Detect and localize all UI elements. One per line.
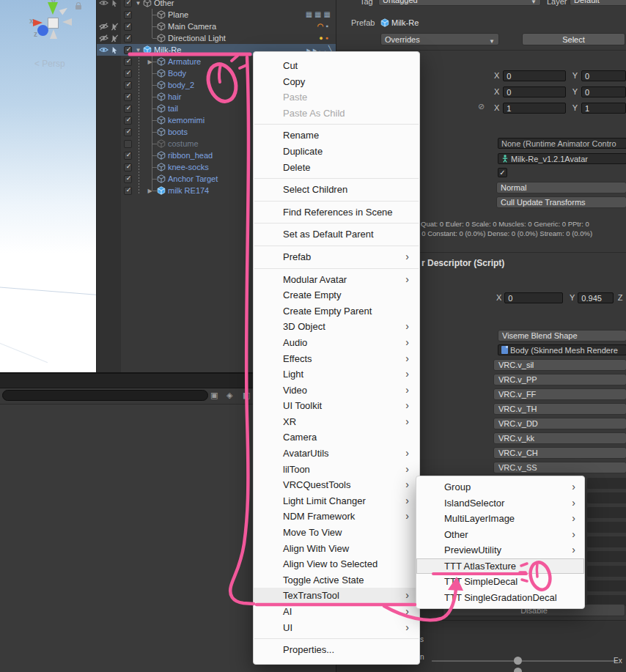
menu-item[interactable]: XR (254, 414, 419, 430)
active-checkbox[interactable] (124, 46, 132, 54)
submenu-item[interactable]: Group (416, 479, 584, 495)
menu-item[interactable]: Paste As Child (254, 106, 419, 122)
active-checkbox[interactable] (124, 140, 132, 148)
gizmo-lock-icon[interactable] (76, 5, 81, 10)
slider-handle[interactable] (514, 668, 522, 672)
menu-item[interactable] (254, 638, 419, 639)
hierarchy-row[interactable]: Directional Light ● ● (97, 32, 336, 44)
menu-item[interactable] (254, 245, 419, 246)
gizmo-y-axis-icon[interactable] (48, 2, 58, 15)
y-value-field[interactable]: 0 (581, 70, 626, 81)
active-checkbox[interactable] (124, 128, 132, 136)
expand-arrow[interactable] (134, 0, 142, 7)
visibility-eye-icon[interactable] (98, 45, 109, 54)
x-value-field[interactable]: 0 (503, 86, 566, 97)
menu-item[interactable]: Audio (254, 335, 419, 351)
gizmo-right-axis-icon[interactable] (62, 18, 72, 26)
culling-mode-dropdown[interactable]: Normal (496, 182, 626, 193)
menu-item[interactable]: Modular Avatar (254, 272, 419, 288)
menu-item[interactable]: Cut (254, 58, 419, 74)
viseme-dropdown[interactable]: VRC.v_TH (493, 403, 626, 415)
menu-item[interactable]: Light (254, 366, 419, 383)
viseme-dropdown[interactable]: VRC.v_sil (493, 359, 626, 371)
menu-item[interactable]: Camera (254, 429, 419, 446)
x-value-field[interactable]: 0 (503, 70, 566, 81)
picking-cursor-icon[interactable] (109, 45, 120, 54)
menu-item[interactable]: UI (254, 620, 419, 636)
menu-item[interactable]: Select Children (254, 182, 419, 198)
active-checkbox[interactable] (124, 187, 132, 195)
menu-item[interactable]: Properties... (254, 642, 419, 658)
gizmo-center-cube[interactable] (48, 18, 59, 29)
gizmo-down-axis-icon[interactable] (50, 29, 57, 39)
submenu-item[interactable]: PreviewUtility (416, 542, 584, 558)
menu-item[interactable]: Duplicate (254, 144, 419, 160)
visibility-eye-icon[interactable] (98, 0, 109, 7)
menu-item[interactable] (254, 178, 419, 179)
submenu-item[interactable]: TTT SimpleDecal (416, 574, 584, 590)
menu-item[interactable]: Move To View (254, 525, 419, 541)
menu-item[interactable]: Light Limit Changer (254, 493, 419, 509)
viseme-dropdown[interactable]: VRC.v_CH (493, 447, 626, 459)
active-checkbox[interactable] (124, 105, 132, 113)
apply-root-motion-checkbox[interactable]: ✓ (498, 168, 507, 177)
active-checkbox[interactable] (124, 117, 132, 125)
menu-item[interactable] (254, 124, 419, 125)
tag-filter-icon[interactable]: ◧ (243, 388, 250, 402)
link-broken-icon[interactable]: ⊘ (478, 102, 485, 111)
menu-item[interactable]: NDM Framework (254, 509, 419, 525)
gizmo-back-axis-icon[interactable] (59, 6, 70, 15)
menu-item[interactable]: AvatarUtils (254, 446, 419, 462)
active-checkbox[interactable] (124, 175, 132, 183)
gizmo-z-axis-icon[interactable] (37, 25, 48, 36)
active-checkbox[interactable] (124, 93, 132, 101)
submenu-item[interactable]: MultiLayerImage (416, 511, 584, 527)
active-checkbox[interactable] (124, 23, 132, 31)
update-mode-dropdown[interactable]: Cull Update Transforms (496, 196, 626, 208)
menu-item[interactable]: Paste (254, 89, 419, 106)
menu-item[interactable]: Copy (254, 74, 419, 90)
menu-item[interactable] (254, 223, 419, 224)
menu-item[interactable]: Effects (254, 351, 419, 367)
active-checkbox[interactable] (124, 11, 132, 19)
active-checkbox[interactable] (124, 163, 132, 171)
overrides-dropdown[interactable]: Overrides▼ (380, 33, 499, 45)
active-checkbox[interactable] (124, 70, 132, 78)
picking-cursor-icon[interactable] (109, 22, 120, 31)
perspective-label[interactable]: < Persp (34, 59, 65, 69)
menu-item[interactable]: TexTransTool (254, 588, 419, 604)
avatar-descriptor-header[interactable]: r Descriptor (Script) (421, 258, 504, 268)
picking-cursor-icon[interactable] (109, 0, 120, 7)
scene-filter-icon[interactable]: ▣ (210, 388, 218, 402)
active-checkbox[interactable] (124, 152, 132, 160)
menu-item[interactable]: Prefab (254, 249, 419, 265)
viseme-dropdown[interactable]: VRC.v_kk (493, 432, 626, 444)
menu-item[interactable] (254, 268, 419, 269)
menu-item[interactable]: Set as Default Parent (254, 226, 419, 243)
menu-item[interactable]: UI Toolkit (254, 398, 419, 414)
visibility-eye-icon[interactable] (98, 34, 109, 43)
viseme-dropdown[interactable]: VRC.v_SS (493, 462, 626, 473)
expand-arrow[interactable] (134, 47, 142, 53)
prefab-filter-icon[interactable]: ◈ (227, 388, 232, 402)
submenu-item[interactable]: Other (416, 527, 584, 543)
menu-item[interactable]: Find References in Scene (254, 204, 419, 221)
menu-item[interactable]: Video (254, 383, 419, 399)
slider-handle[interactable] (514, 657, 522, 665)
slider-track[interactable] (432, 660, 616, 662)
menu-item[interactable]: Align View to Selected (254, 556, 419, 572)
viseme-dropdown[interactable]: VRC.v_FF (493, 388, 626, 400)
hierarchy-row[interactable]: Other (97, 0, 336, 9)
x-value-field[interactable]: 1 (503, 103, 566, 114)
face-mesh-field[interactable]: Body (Skinned Mesh Rendere (498, 344, 626, 355)
scene-view[interactable]: y x z < Persp (0, 0, 96, 372)
view-y-field[interactable]: 0.945 (578, 292, 613, 303)
submenu-item[interactable]: TTT SingleGradationDecal (416, 590, 584, 606)
animator-avatar-field[interactable]: Milk-Re_v1.2.1Avatar (498, 153, 626, 164)
view-x-field[interactable]: 0 (504, 292, 563, 303)
y-value-field[interactable]: 0 (581, 86, 626, 97)
submenu-item[interactable]: TTT AtlasTexture (416, 558, 584, 575)
menu-item[interactable]: Rename (254, 128, 419, 144)
active-checkbox[interactable] (124, 34, 132, 43)
select-button[interactable]: Select (522, 33, 625, 45)
